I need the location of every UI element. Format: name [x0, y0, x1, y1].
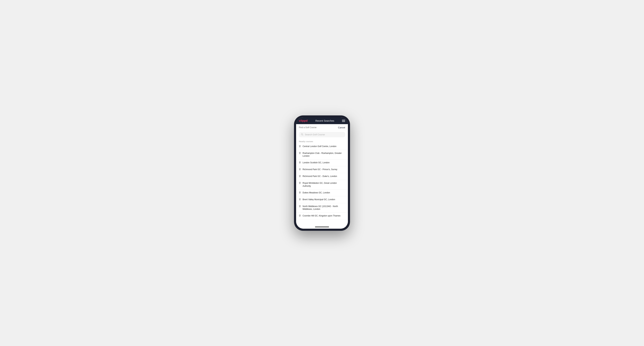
- course-list-item[interactable]: Brent Valley Municipal GC, London: [296, 196, 348, 203]
- home-bar-area: [296, 225, 348, 229]
- location-pin-icon: [299, 198, 301, 201]
- find-golf-course-label: Find a Golf Course: [299, 126, 316, 129]
- cancel-button[interactable]: Cancel: [338, 126, 345, 129]
- location-pin-icon: [299, 205, 301, 208]
- search-icon: [301, 133, 304, 136]
- location-pin-icon: [299, 161, 301, 164]
- search-page: Find a Golf Course Cancel Search Golf Co…: [296, 124, 348, 229]
- course-list-item[interactable]: Coombe Hill GC, Kingston upon Thames: [296, 213, 348, 219]
- location-pin-icon: [299, 214, 301, 217]
- course-list-item[interactable]: London Scottish GC, London: [296, 160, 348, 166]
- nearby-courses-label: Nearby courses: [296, 139, 348, 143]
- nearby-courses-section: Nearby courses Central London Golf Centr…: [296, 139, 348, 225]
- hamburger-menu-icon[interactable]: [342, 120, 345, 122]
- course-name: North Middlesex GC (1011942 - North Midd…: [302, 205, 345, 211]
- course-list-item[interactable]: North Middlesex GC (1011942 - North Midd…: [296, 203, 348, 213]
- search-input-placeholder: Search Golf Course: [305, 133, 325, 136]
- course-list-item[interactable]: Richmond Park GC - Prince's, Surrey: [296, 166, 348, 173]
- course-name: Brent Valley Municipal GC, London: [302, 198, 335, 201]
- course-list-item[interactable]: Dukes Meadows GC, London: [296, 189, 348, 196]
- location-pin-icon: [299, 191, 301, 194]
- course-list-item[interactable]: Central London Golf Centre, London: [296, 143, 348, 150]
- app-logo: clippd: [299, 119, 308, 122]
- course-list-item[interactable]: Roehampton Club - Roehampton, Greater Lo…: [296, 150, 348, 160]
- phone-device: clippd Recent Searches Find a Golf Cours…: [294, 115, 350, 231]
- course-name: Coombe Hill GC, Kingston upon Thames: [302, 214, 340, 217]
- location-pin-icon: [299, 182, 301, 185]
- search-input-box[interactable]: Search Golf Course: [299, 132, 345, 137]
- svg-line-1: [302, 135, 303, 135]
- phone-screen: clippd Recent Searches Find a Golf Cours…: [296, 118, 348, 229]
- course-name: Richmond Park GC - Prince's, Surrey: [302, 168, 337, 171]
- search-header: Find a Golf Course Cancel: [296, 124, 348, 130]
- location-pin-icon: [299, 152, 301, 155]
- course-list-item[interactable]: Royal Wimbledon GC, Great London Authori…: [296, 180, 348, 189]
- course-name: London Scottish GC, London: [302, 161, 330, 164]
- location-pin-icon: [299, 168, 301, 171]
- location-pin-icon: [299, 145, 301, 148]
- nav-title: Recent Searches: [315, 119, 334, 122]
- course-name: Royal Wimbledon GC, Great London Authori…: [302, 182, 345, 187]
- course-list-item[interactable]: Richmond Park GC - Duke's, London: [296, 173, 348, 180]
- course-name: Roehampton Club - Roehampton, Greater Lo…: [302, 152, 345, 158]
- course-name: Dukes Meadows GC, London: [302, 191, 330, 194]
- course-list: Central London Golf Centre, London Roeha…: [296, 143, 348, 220]
- course-name: Central London Golf Centre, London: [302, 145, 336, 148]
- location-pin-icon: [299, 175, 301, 178]
- search-input-wrapper: Search Golf Course: [296, 130, 348, 139]
- home-bar-indicator: [315, 227, 329, 227]
- course-name: Richmond Park GC - Duke's, London: [302, 175, 337, 178]
- nav-bar: clippd Recent Searches: [296, 118, 348, 124]
